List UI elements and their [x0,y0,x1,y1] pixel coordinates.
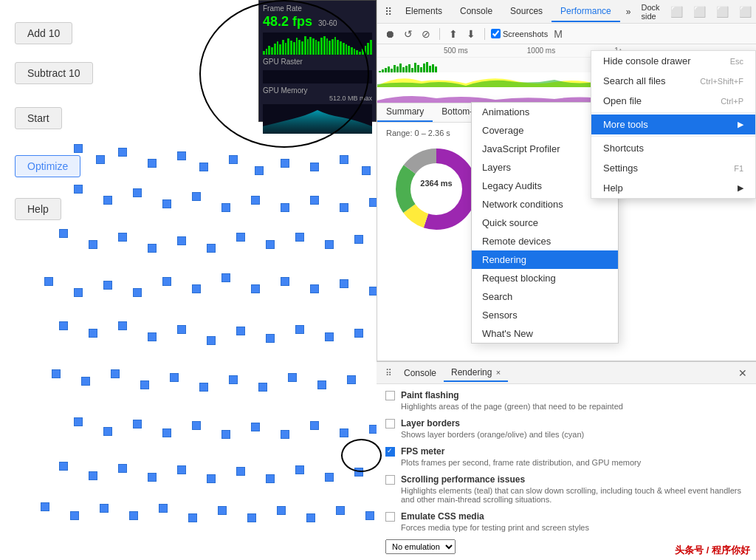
add-button[interactable]: Add 10 [15,22,72,44]
fps-bar-segment [287,38,289,55]
more-tabs-icon[interactable]: » [620,2,637,21]
menu-item-request-blocking[interactable]: Request blocking [472,269,618,287]
download-icon[interactable]: ⬇ [464,27,478,41]
render-checkbox-3[interactable] [385,475,395,485]
render-checkbox-4[interactable] [385,512,395,522]
upload-icon[interactable]: ⬆ [446,27,461,41]
start-button[interactable]: Start [15,107,62,129]
render-item-header: Paint flashing [385,390,747,400]
svg-rect-5 [391,69,393,72]
render-item: Paint flashingHighlights areas of the pa… [385,390,747,411]
ruler-mark-1000: 1000 ms [527,47,555,55]
rendering-close-icon[interactable]: × [496,368,501,377]
bottom-close-icon[interactable]: ✕ [734,366,752,380]
menu-settings[interactable]: Settings F1 [591,158,755,178]
tab-sources[interactable]: Sources [501,1,551,22]
menu-help[interactable]: Help ▶ [591,178,755,198]
menu-search-all-files[interactable]: Search all files Ctrl+Shift+F [591,71,755,91]
svg-rect-14 [417,65,419,72]
screenshots-label: Screenshots [503,30,548,38]
menu-settings-shortcut: F1 [734,164,743,173]
blue-square [221,273,230,282]
blue-square [362,166,371,175]
emulate-css-select[interactable]: No emulation [385,539,456,554]
render-item-desc: Highlights elements (teal) that can slow… [401,486,747,504]
bottom-tab-console[interactable]: Console [396,365,444,381]
blue-square [74,185,83,194]
blue-square [221,430,230,439]
fps-bar-segment [354,49,356,55]
menu-shortcuts[interactable]: Shortcuts [591,138,755,158]
menu-item-sensors[interactable]: Sensors [472,306,618,324]
menu-item-remote-devices[interactable]: Remote devices [472,232,618,250]
blue-square [59,321,68,330]
menu-search-all-files-shortcut: Ctrl+Shift+F [700,77,743,86]
fps-bar-segment [268,46,270,55]
menu-separator-2 [591,136,755,137]
dock-bottom-icon[interactable]: ⬜ [689,3,710,21]
blue-square [59,229,68,238]
blue-square [89,240,97,249]
blue-square [295,465,304,474]
blue-square [288,373,297,382]
reload-icon[interactable]: ↺ [401,27,416,41]
blue-square [251,423,260,431]
fps-bar-segment [293,42,295,55]
dock-separate-icon[interactable]: ⬜ [735,3,756,21]
menu-settings-label: Settings [603,163,638,174]
menu-item-quick-source[interactable]: Quick source [472,214,618,232]
menu-item-whats-new[interactable]: What's New [472,324,618,343]
svg-rect-12 [411,68,413,72]
blue-square [340,279,348,288]
record-icon[interactable]: ⏺ [382,27,398,41]
fps-bar-segment [298,40,300,55]
dock-right-icon[interactable]: ⬜ [712,3,733,21]
svg-rect-1 [379,71,381,72]
render-checkbox-0[interactable] [385,391,395,400]
dock-left-icon[interactable]: ⬜ [666,3,687,21]
blue-square [133,420,142,428]
render-item: Layer bordersShows layer borders (orange… [385,418,747,439]
memory-icon[interactable]: M [551,27,566,41]
menu-item-rendering[interactable]: Rendering [472,250,618,269]
blue-square [148,332,157,341]
blue-square [177,151,186,160]
blue-square [192,284,201,293]
blue-square [74,144,83,153]
fps-bar-segment [359,52,361,55]
summary-tab[interactable]: Summary [377,103,433,122]
bottom-tab-rendering[interactable]: Rendering × [444,364,508,382]
menu-item-search[interactable]: Search [472,287,618,306]
blue-square [111,369,120,378]
blue-square [162,277,171,286]
blue-square [148,473,157,482]
render-item-header: FPS meter [385,446,747,457]
gpu-memory-max: 512.0 MB max [263,95,372,102]
blue-square [281,277,289,286]
blue-square [103,427,112,436]
menu-hide-console[interactable]: Hide console drawer Esc [591,51,755,71]
blue-square [162,428,171,437]
fps-bar-segment [370,40,372,55]
screenshots-checkbox[interactable]: Screenshots [491,29,548,38]
fps-bar-segment [285,43,287,55]
blue-square [325,332,334,341]
blue-square [255,166,264,175]
render-checkbox-2[interactable] [385,447,395,457]
tab-elements[interactable]: Elements [396,1,451,22]
menu-open-file[interactable]: Open file Ctrl+P [591,91,755,111]
tab-performance[interactable]: Performance [551,1,620,22]
blue-square [129,511,138,520]
screenshots-check-input[interactable] [491,29,501,38]
menu-more-tools[interactable]: More tools ▶ [591,115,755,134]
tab-console[interactable]: Console [451,1,501,22]
blue-square [81,377,90,386]
render-checkbox-1[interactable] [385,419,395,428]
blue-square [281,430,289,439]
help-button[interactable]: Help [15,198,61,220]
fps-bar-segment [312,38,315,55]
clear-icon[interactable]: ⊘ [419,27,433,41]
optimize-button[interactable]: Optimize [15,155,80,177]
subtract-button[interactable]: Subtract 10 [15,62,93,84]
svg-rect-19 [432,64,434,72]
